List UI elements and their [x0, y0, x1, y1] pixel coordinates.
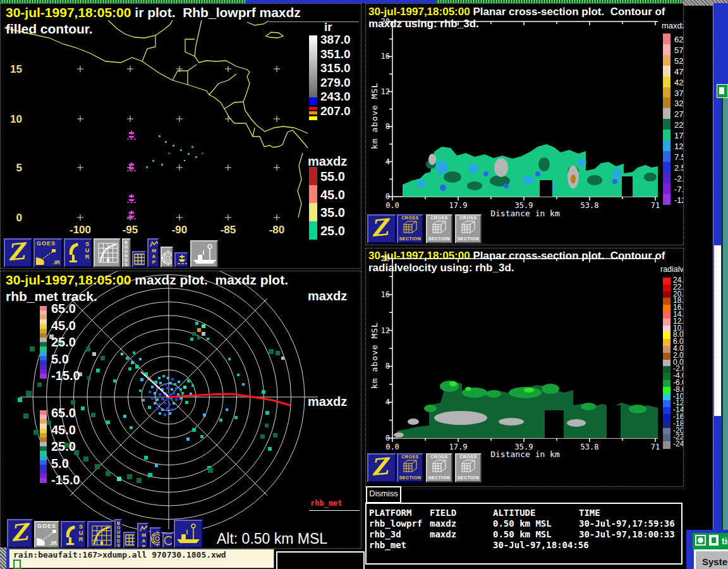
- surveillance-button[interactable]: SUR: [61, 521, 86, 548]
- zeb-button[interactable]: Z: [4, 238, 32, 267]
- colorbar-tick-label: -2.5: [674, 173, 684, 184]
- x-tick-label: 17.9: [446, 443, 471, 451]
- colorbar-segment: [663, 394, 670, 401]
- colorbar-tick-label: 32.5: [674, 98, 684, 109]
- button-label: CROSS: [427, 216, 451, 220]
- colorbar-tick-label: -7.5: [674, 184, 684, 195]
- colorbar-segment: [663, 326, 670, 333]
- x-tick-label: 17.9: [446, 201, 471, 210]
- map-squiggle-icon: [139, 525, 149, 532]
- circle-icon: [164, 535, 173, 546]
- button-label: BOUNDS: [124, 240, 128, 267]
- tin-titlebar[interactable]: tin: [693, 533, 728, 549]
- colorbar-segment: [663, 346, 670, 353]
- scrollbar-thumb[interactable]: [714, 245, 721, 416]
- colorbar-tick-label: -12.5: [674, 195, 684, 205]
- table-cell: ALTITUDE: [493, 508, 579, 518]
- cube-icon: [432, 220, 447, 234]
- system-menu-label[interactable]: System: [702, 556, 728, 567]
- map-button[interactable]: MAP: [147, 238, 159, 267]
- altitude-readout: Alt: 0.50 km MSL: [217, 530, 327, 548]
- button-label: MAP: [141, 532, 146, 548]
- table-header-row: PLATFORMFIELDALTITUDETIME: [369, 508, 680, 518]
- terminal-scrollbar[interactable]: [0, 548, 6, 569]
- cube-icon: [461, 459, 476, 473]
- map-toolbar: ZGOES .IR SURBOUNDSMAP: [1, 4, 361, 269]
- window-menu-icon[interactable]: [695, 535, 706, 546]
- cross-section-button[interactable]: CROSS SECTION: [455, 453, 482, 482]
- radar-grid-button[interactable]: [94, 238, 121, 267]
- button-label: CROSS: [427, 455, 451, 459]
- table-cell: 30-Jul-97,17:59:36: [579, 518, 680, 529]
- ship-button[interactable]: [174, 520, 203, 548]
- dismiss-button[interactable]: Dismiss: [366, 486, 401, 503]
- zeb-button[interactable]: Z: [367, 214, 396, 243]
- colorbar-segment: [663, 278, 670, 284]
- tin-window-body: System: [694, 549, 728, 569]
- circle-button[interactable]: [162, 533, 173, 548]
- grid-button[interactable]: [132, 251, 146, 267]
- rings-button[interactable]: [161, 247, 173, 267]
- button-label: CROSS: [456, 455, 480, 459]
- zeb-logo-icon: Z: [9, 519, 29, 546]
- colorbar-segment: [663, 380, 670, 387]
- terminal-screen[interactable]: rain:beaufait:167>xdump.all 970730.1805.…: [9, 549, 274, 568]
- table-cell: FIELD: [430, 508, 493, 518]
- cross-section-button[interactable]: CROSS SECTION: [455, 214, 482, 243]
- colorbar-tick-label: 42.5: [674, 77, 684, 88]
- y-tick-label: 0: [375, 192, 390, 201]
- cross-section-button[interactable]: CROSS SECTION: [426, 214, 452, 243]
- colorbar-segment: [663, 441, 670, 448]
- window-iconify-icon[interactable]: [709, 535, 719, 546]
- table-cell: 0.50 km MSL: [493, 518, 579, 529]
- colorbar-segment: [663, 87, 670, 99]
- cube-icon: [403, 220, 418, 234]
- colorbar-tick-label: 47.5: [674, 66, 684, 77]
- bounds-button[interactable]: BOUNDS: [122, 238, 131, 267]
- zeb-button[interactable]: Z: [367, 453, 396, 482]
- colorbar-segment: [663, 194, 670, 205]
- colorbar-segment: [663, 373, 670, 380]
- window-menu-widget[interactable]: [717, 84, 728, 98]
- goes-ir-button[interactable]: GOES .IR: [34, 521, 59, 548]
- colorbar-tick-label: 52.5: [674, 56, 684, 66]
- y-tick-label: 4: [375, 398, 390, 407]
- colorbar-tick-label: -24.0: [673, 441, 684, 448]
- radar-grid-icon: [95, 240, 121, 266]
- colorbar-tick-label: 22.5: [674, 119, 684, 130]
- table-cell: 0.50 km MSL: [493, 529, 579, 539]
- cross-section-button[interactable]: CROSS SECTION: [397, 214, 423, 243]
- buoy-button[interactable]: [174, 252, 188, 267]
- cube-icon: [461, 220, 476, 234]
- rings-button[interactable]: [150, 527, 161, 548]
- colorbar-segment: [663, 353, 670, 360]
- rings-icon: [151, 530, 161, 548]
- platform-status-table: PLATFORMFIELDALTITUDETIMErhb_lowprfmaxdz…: [365, 503, 682, 565]
- grid-button[interactable]: [123, 532, 136, 548]
- surveillance-button[interactable]: SUR: [64, 238, 92, 267]
- colorbar-segment: [663, 312, 670, 319]
- cross-section-button[interactable]: CROSS SECTION: [397, 453, 423, 482]
- cross-section-button[interactable]: CROSS SECTION: [426, 453, 452, 482]
- table-cell: maxdz: [430, 518, 493, 529]
- colorbar-segment: [663, 284, 670, 291]
- ship-button[interactable]: [190, 240, 218, 267]
- empty-widget-frame: [276, 551, 365, 569]
- goes-ir-button[interactable]: GOES .IR: [33, 238, 63, 267]
- xsec-contour-plot[interactable]: [392, 259, 658, 438]
- radar-ppi-panel: 30-jul-1997,18:05:00 maxdz plot. maxdz p…: [0, 271, 361, 549]
- colorbar-segment: [663, 339, 670, 346]
- bounds-button[interactable]: BOUNDS: [114, 519, 122, 548]
- table-cell: maxdz: [430, 529, 493, 539]
- zeb-button[interactable]: Z: [7, 519, 33, 548]
- colorbar-segment: [663, 183, 670, 195]
- radar-dish-icon: [66, 242, 82, 264]
- radar-grid-button[interactable]: [87, 521, 113, 548]
- zeb-logo-icon: Z: [370, 453, 389, 480]
- colorbar-segment: [663, 44, 670, 56]
- map-button[interactable]: MAP: [137, 523, 149, 548]
- x-tick-label: 0.0: [380, 201, 405, 210]
- xsec-contour-plot[interactable]: [392, 21, 658, 197]
- x-tick-label: 0.0: [380, 443, 405, 451]
- buoy-icon: [176, 254, 188, 266]
